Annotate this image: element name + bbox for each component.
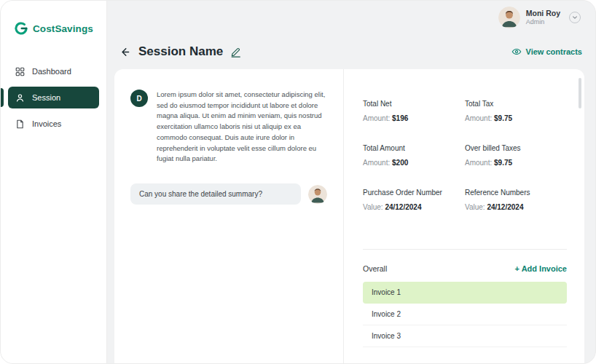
field-value: Amount: $9.75: [465, 159, 567, 167]
sidebar-item-label: Session: [32, 93, 60, 102]
sidebar-item-session[interactable]: Session: [8, 87, 99, 108]
logo-text: CostSavings: [33, 23, 93, 34]
invoice-label: Invoice 2: [372, 310, 401, 318]
sidebar-item-dashboard[interactable]: Dashboard: [8, 60, 99, 82]
user-profile[interactable]: Moni Roy Admin: [498, 7, 581, 28]
summary-field-purchase-order-number: Purchase Order Number Value: 24/12/2024: [363, 189, 465, 211]
field-label: Total Net: [363, 100, 465, 108]
field-label: Over billed Taxes: [465, 144, 567, 152]
chat-message: D Lorem ipsum dolor sit amet, consectetu…: [130, 90, 327, 165]
summary-field-over-billed-taxes: Over billed Taxes Amount: $9.75: [465, 144, 567, 167]
chat-question-bubble: Can you share the detailed summary?: [130, 183, 301, 205]
field-amount: $200: [392, 159, 408, 167]
field-label: Total Tax: [465, 100, 567, 108]
app-window: CostSavings Dashboard: [0, 0, 596, 364]
overall-row: Overall + Add Invoice: [363, 264, 567, 273]
field-prefix: Amount:: [465, 159, 492, 167]
field-prefix: Amount:: [363, 159, 390, 167]
field-amount: $9.75: [494, 159, 512, 167]
field-label: Purchase Order Number: [363, 189, 465, 197]
field-value: Value: 24/12/2024: [465, 203, 567, 211]
chat-message-text: Lorem ipsum dolor sit amet, consectetur …: [157, 90, 327, 165]
user-avatar: [498, 7, 520, 28]
scrollbar[interactable]: [579, 78, 581, 245]
sidebar: CostSavings Dashboard: [1, 1, 107, 363]
profile-dropdown-button[interactable]: [569, 12, 581, 23]
field-prefix: Value:: [465, 203, 485, 211]
chat-panel: D Lorem ipsum dolor sit amet, consectetu…: [114, 69, 344, 363]
field-prefix: Value:: [363, 203, 383, 211]
user-chat-avatar: [308, 185, 327, 204]
eye-icon: [511, 47, 522, 57]
field-label: Reference Numbers: [465, 189, 567, 197]
field-amount: 24/12/2024: [487, 203, 523, 211]
invoice-list-item-3[interactable]: Invoice 3: [363, 325, 567, 347]
summary-field-reference-numbers: Reference Numbers Value: 24/12/2024: [465, 189, 567, 211]
session-card: D Lorem ipsum dolor sit amet, consectetu…: [114, 69, 584, 363]
sidebar-nav: Dashboard Session Invo: [1, 60, 106, 135]
summary-field-total-amount: Total Amount Amount: $200: [363, 144, 465, 167]
overall-label: Overall: [363, 264, 387, 273]
page-head: Session Name Vie: [107, 34, 595, 69]
view-contracts-link[interactable]: View contracts: [511, 47, 582, 57]
sidebar-item-label: Invoices: [32, 119, 61, 128]
session-icon: [15, 93, 25, 103]
chevron-down-icon: [572, 15, 578, 20]
logo: CostSavings: [1, 21, 106, 36]
main-area: Moni Roy Admin: [107, 1, 595, 363]
costsavings-logo-icon: [14, 21, 28, 36]
chat-question-row: Can you share the detailed summary?: [130, 183, 327, 205]
summary-divider: [363, 249, 567, 250]
add-invoice-button[interactable]: + Add Invoice: [515, 264, 567, 273]
user-role: Admin: [526, 18, 560, 26]
field-label: Total Amount: [363, 144, 465, 152]
summary-field-total-tax: Total Tax Amount: $9.75: [465, 100, 567, 122]
dashboard-icon: [15, 67, 25, 76]
field-amount: 24/12/2024: [385, 203, 421, 211]
invoices-icon: [15, 119, 25, 129]
field-value: Amount: $9.75: [465, 114, 567, 122]
field-value: Value: 24/12/2024: [363, 203, 465, 211]
invoice-label: Invoice 1: [372, 288, 401, 296]
edit-session-name-button[interactable]: [230, 47, 241, 58]
topbar: Moni Roy Admin: [107, 1, 595, 34]
scrollbar-thumb[interactable]: [579, 78, 581, 108]
invoice-list-item-2[interactable]: Invoice 2: [363, 304, 567, 325]
assistant-avatar: D: [130, 90, 148, 107]
invoice-label: Invoice 3: [372, 332, 401, 340]
field-amount: $196: [392, 114, 408, 122]
field-value: Amount: $200: [363, 159, 465, 167]
view-contracts-label: View contracts: [526, 47, 582, 56]
pencil-icon: [230, 47, 241, 58]
page-title: Session Name: [138, 44, 223, 59]
user-meta: Moni Roy Admin: [526, 9, 560, 26]
summary-fields: Total Net Amount: $196 Total Tax Amount:…: [363, 100, 567, 211]
field-value: Amount: $196: [363, 114, 465, 122]
field-prefix: Amount:: [465, 114, 492, 122]
arrow-left-icon: [119, 46, 131, 58]
field-prefix: Amount:: [363, 114, 390, 122]
field-amount: $9.75: [494, 114, 512, 122]
sidebar-item-label: Dashboard: [32, 67, 71, 76]
back-button[interactable]: [119, 46, 131, 58]
summary-field-total-net: Total Net Amount: $196: [363, 100, 465, 122]
sidebar-item-invoices[interactable]: Invoices: [8, 113, 99, 135]
invoice-list-item-1[interactable]: Invoice 1: [363, 282, 567, 304]
invoice-list: Invoice 1 Invoice 2 Invoice 3: [363, 282, 567, 347]
user-name: Moni Roy: [526, 9, 560, 18]
summary-panel: Total Net Amount: $196 Total Tax Amount:…: [344, 69, 584, 363]
page-head-left: Session Name: [119, 44, 241, 59]
